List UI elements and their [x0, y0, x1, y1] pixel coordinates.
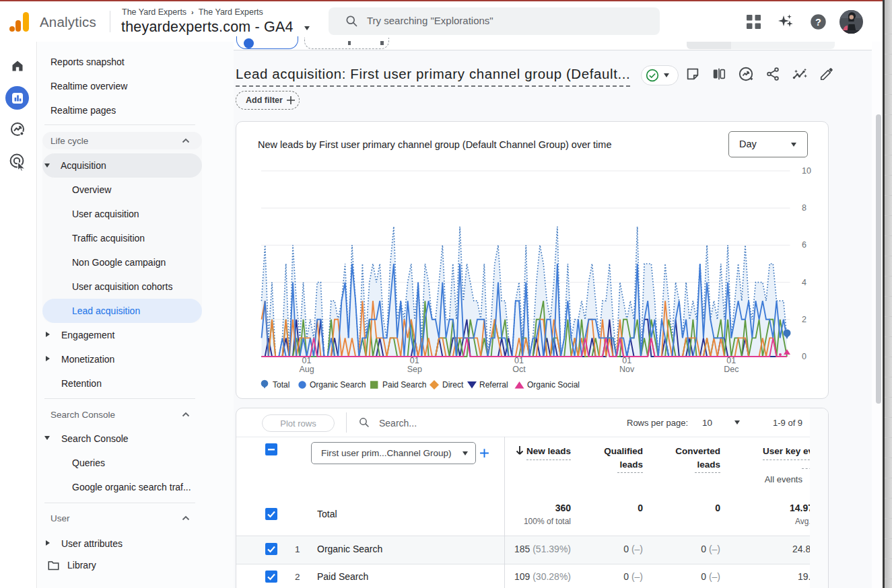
svg-text:8: 8 [802, 203, 807, 213]
svg-text:Nov: Nov [619, 365, 635, 374]
svg-text:6: 6 [802, 240, 807, 250]
svg-text:01: 01 [514, 356, 524, 365]
svg-text:2: 2 [802, 315, 807, 324]
svg-text:Direct: Direct [442, 380, 464, 390]
svg-text:Oct: Oct [512, 365, 526, 374]
svg-text:Aug: Aug [299, 365, 314, 374]
svg-text:01: 01 [410, 356, 419, 365]
svg-text:4: 4 [802, 278, 807, 287]
svg-text:Dec: Dec [724, 365, 739, 374]
svg-text:Referral: Referral [479, 380, 508, 390]
svg-text:Organic Search: Organic Search [310, 380, 366, 390]
svg-text:?: ? [815, 17, 821, 28]
svg-text:01: 01 [302, 356, 312, 365]
svg-text:Organic Social: Organic Social [527, 380, 580, 390]
svg-text:Paid Search: Paid Search [382, 380, 426, 390]
svg-text:Total: Total [273, 380, 289, 390]
svg-text:0: 0 [802, 352, 807, 361]
svg-text:Sep: Sep [407, 365, 422, 374]
svg-text:10: 10 [802, 166, 811, 176]
svg-text:01: 01 [726, 356, 736, 365]
svg-text:01: 01 [622, 356, 631, 365]
